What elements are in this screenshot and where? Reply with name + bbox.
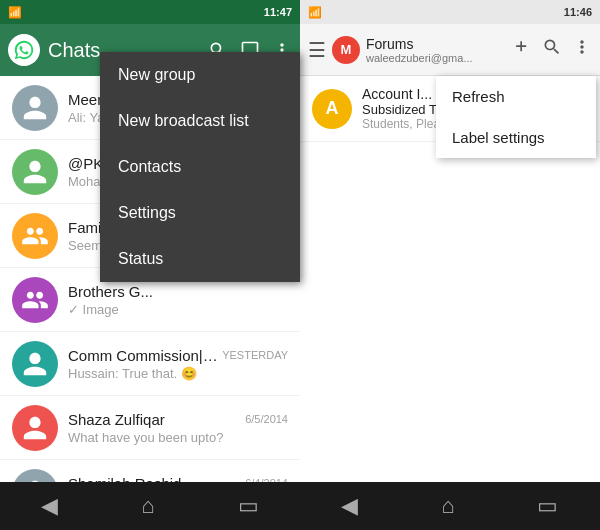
chat-time-6: 6/4/2014 bbox=[245, 477, 288, 482]
chat-time-5: 6/5/2014 bbox=[245, 413, 288, 425]
gmail-more-button[interactable] bbox=[572, 37, 592, 62]
right-status-icons: 📶 bbox=[308, 6, 322, 19]
gmail-logo: M bbox=[332, 36, 360, 64]
chat-time-4: YESTERDAY bbox=[222, 349, 288, 361]
recents-button-right[interactable]: ▭ bbox=[537, 493, 558, 519]
whatsapp-logo bbox=[8, 34, 40, 66]
left-status-time: 11:47 bbox=[264, 6, 292, 18]
chat-item-4[interactable]: Comm Commission|Pa... YESTERDAY Hussain:… bbox=[0, 332, 300, 396]
chat-name-4: Comm Commission|Pa... bbox=[68, 347, 218, 364]
new-broadcast-item[interactable]: New broadcast list bbox=[100, 98, 300, 144]
gmail-search-button[interactable] bbox=[542, 37, 562, 62]
chat-item-5[interactable]: Shaza Zulfiqar 6/5/2014 What have you be… bbox=[0, 396, 300, 460]
wifi-icon: 📶 bbox=[8, 6, 22, 19]
gmail-toolbar-icons bbox=[512, 37, 592, 62]
avatar-2 bbox=[12, 213, 58, 259]
chat-preview-5: What have you been upto? bbox=[68, 430, 288, 445]
home-button[interactable]: ⌂ bbox=[141, 493, 154, 519]
gmail-email: waleedzuberi@gma... bbox=[366, 52, 506, 64]
chat-item-6[interactable]: Shamilah Rashid 6/4/2014 :D bbox=[0, 460, 300, 482]
refresh-item[interactable]: Refresh bbox=[436, 76, 596, 117]
avatar-1 bbox=[12, 149, 58, 195]
contacts-item[interactable]: Contacts bbox=[100, 144, 300, 190]
right-status-time: 11:46 bbox=[564, 6, 592, 18]
avatar-6 bbox=[12, 469, 58, 483]
gmail-app-name: Forums bbox=[366, 36, 506, 52]
home-button-right[interactable]: ⌂ bbox=[441, 493, 454, 519]
avatar-0 bbox=[12, 85, 58, 131]
recents-button[interactable]: ▭ bbox=[238, 493, 259, 519]
back-button-right[interactable]: ◀ bbox=[341, 493, 358, 519]
email-avatar-0: A bbox=[312, 89, 352, 129]
right-status-bar: 📶 11:46 bbox=[300, 0, 600, 24]
whatsapp-panel: 📶 11:47 Chats bbox=[0, 0, 300, 482]
avatar-5 bbox=[12, 405, 58, 451]
left-status-icons: 📶 bbox=[8, 6, 22, 19]
whatsapp-dropdown: New group New broadcast list Contacts Se… bbox=[100, 52, 300, 282]
chat-name-6: Shamilah Rashid bbox=[68, 475, 181, 483]
back-button[interactable]: ◀ bbox=[41, 493, 58, 519]
chat-info-6: Shamilah Rashid 6/4/2014 :D bbox=[68, 475, 288, 483]
avatar-4 bbox=[12, 341, 58, 387]
status-item[interactable]: Status bbox=[100, 236, 300, 282]
gmail-compose-button[interactable] bbox=[512, 37, 532, 62]
new-group-item[interactable]: New group bbox=[100, 52, 300, 98]
left-status-bar: 📶 11:47 bbox=[0, 0, 300, 24]
chat-preview-3: ✓ Image bbox=[68, 302, 288, 317]
chat-name-5: Shaza Zulfiqar bbox=[68, 411, 165, 428]
settings-item[interactable]: Settings bbox=[100, 190, 300, 236]
gmail-dropdown: Refresh Label settings bbox=[436, 76, 596, 158]
chat-info-5: Shaza Zulfiqar 6/5/2014 What have you be… bbox=[68, 411, 288, 445]
chat-preview-4: Hussain: True that. 😊 bbox=[68, 366, 288, 381]
gmail-title-block: Forums waleedzuberi@gma... bbox=[366, 36, 506, 64]
avatar-3 bbox=[12, 277, 58, 323]
gmail-app-bar: ☰ M Forums waleedzuberi@gma... bbox=[300, 24, 600, 76]
gmail-panel: 📶 11:46 ☰ M Forums waleedzuberi@gma... bbox=[300, 0, 600, 482]
hamburger-button[interactable]: ☰ bbox=[308, 38, 326, 62]
chat-info-3: Brothers G... ✓ Image bbox=[68, 283, 288, 317]
navigation-bar: ◀ ⌂ ▭ ◀ ⌂ ▭ bbox=[0, 482, 600, 530]
chat-name-3: Brothers G... bbox=[68, 283, 153, 300]
label-settings-item[interactable]: Label settings bbox=[436, 117, 596, 158]
chat-info-4: Comm Commission|Pa... YESTERDAY Hussain:… bbox=[68, 347, 288, 381]
